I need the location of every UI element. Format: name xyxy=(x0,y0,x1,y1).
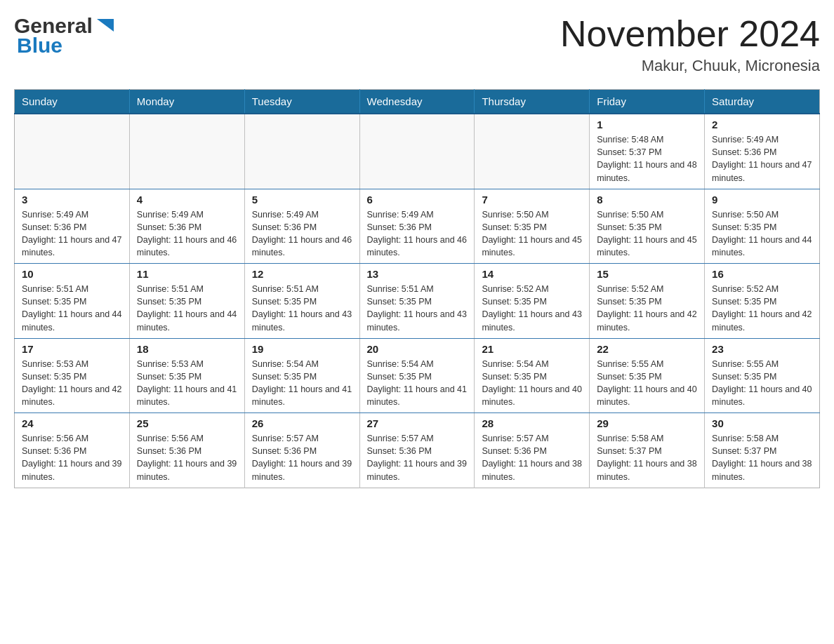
day-info: Sunrise: 5:49 AM Sunset: 5:36 PM Dayligh… xyxy=(712,133,812,185)
day-of-week-header: Monday xyxy=(129,90,244,114)
calendar-day-cell: 18Sunrise: 5:53 AM Sunset: 5:35 PM Dayli… xyxy=(129,338,244,413)
day-number: 23 xyxy=(712,343,812,355)
calendar-day-cell: 30Sunrise: 5:58 AM Sunset: 5:37 PM Dayli… xyxy=(705,413,820,488)
calendar-day-cell: 7Sunrise: 5:50 AM Sunset: 5:35 PM Daylig… xyxy=(475,189,590,264)
logo-triangle-icon xyxy=(94,16,117,36)
day-info: Sunrise: 5:49 AM Sunset: 5:36 PM Dayligh… xyxy=(367,208,468,260)
day-number: 15 xyxy=(597,268,697,280)
day-number: 28 xyxy=(482,417,582,429)
day-number: 4 xyxy=(137,194,237,206)
day-of-week-header: Friday xyxy=(590,90,705,114)
day-number: 8 xyxy=(597,194,697,206)
calendar-table: SundayMondayTuesdayWednesdayThursdayFrid… xyxy=(14,89,820,488)
day-info: Sunrise: 5:55 AM Sunset: 5:35 PM Dayligh… xyxy=(597,358,697,409)
day-of-week-header: Tuesday xyxy=(244,90,359,114)
day-info: Sunrise: 5:57 AM Sunset: 5:36 PM Dayligh… xyxy=(367,432,468,483)
day-number: 2 xyxy=(712,119,812,130)
calendar-day-cell: 13Sunrise: 5:51 AM Sunset: 5:35 PM Dayli… xyxy=(359,264,475,339)
day-info: Sunrise: 5:54 AM Sunset: 5:35 PM Dayligh… xyxy=(252,358,352,409)
page-header: General Blue November 2024 Makur, Chuuk,… xyxy=(14,14,820,75)
calendar-day-cell: 17Sunrise: 5:53 AM Sunset: 5:35 PM Dayli… xyxy=(15,338,130,413)
day-number: 1 xyxy=(597,119,697,130)
calendar-day-cell: 9Sunrise: 5:50 AM Sunset: 5:35 PM Daylig… xyxy=(705,189,820,264)
day-number: 27 xyxy=(367,417,468,429)
calendar-day-cell: 2Sunrise: 5:49 AM Sunset: 5:36 PM Daylig… xyxy=(705,114,820,189)
title-section: November 2024 Makur, Chuuk, Micronesia xyxy=(560,14,820,75)
day-info: Sunrise: 5:49 AM Sunset: 5:36 PM Dayligh… xyxy=(252,208,352,260)
day-info: Sunrise: 5:58 AM Sunset: 5:37 PM Dayligh… xyxy=(712,432,812,483)
day-number: 7 xyxy=(482,194,582,206)
day-info: Sunrise: 5:53 AM Sunset: 5:35 PM Dayligh… xyxy=(22,358,122,409)
calendar-title: November 2024 xyxy=(560,14,820,54)
day-info: Sunrise: 5:55 AM Sunset: 5:35 PM Dayligh… xyxy=(712,358,812,409)
day-info: Sunrise: 5:51 AM Sunset: 5:35 PM Dayligh… xyxy=(367,283,468,334)
calendar-day-cell xyxy=(244,114,359,189)
calendar-day-cell: 14Sunrise: 5:52 AM Sunset: 5:35 PM Dayli… xyxy=(475,264,590,339)
day-info: Sunrise: 5:58 AM Sunset: 5:37 PM Dayligh… xyxy=(597,432,697,483)
calendar-week-row: 10Sunrise: 5:51 AM Sunset: 5:35 PM Dayli… xyxy=(15,264,820,339)
day-number: 29 xyxy=(597,417,697,429)
day-info: Sunrise: 5:57 AM Sunset: 5:36 PM Dayligh… xyxy=(482,432,582,483)
day-number: 20 xyxy=(367,343,468,355)
calendar-day-cell: 20Sunrise: 5:54 AM Sunset: 5:35 PM Dayli… xyxy=(359,338,475,413)
logo: General Blue xyxy=(14,14,117,58)
day-number: 19 xyxy=(252,343,352,355)
calendar-day-cell: 3Sunrise: 5:49 AM Sunset: 5:36 PM Daylig… xyxy=(15,189,130,264)
calendar-day-cell: 24Sunrise: 5:56 AM Sunset: 5:36 PM Dayli… xyxy=(15,413,130,488)
calendar-day-cell: 23Sunrise: 5:55 AM Sunset: 5:35 PM Dayli… xyxy=(705,338,820,413)
calendar-day-cell: 5Sunrise: 5:49 AM Sunset: 5:36 PM Daylig… xyxy=(244,189,359,264)
calendar-day-cell: 1Sunrise: 5:48 AM Sunset: 5:37 PM Daylig… xyxy=(590,114,705,189)
day-info: Sunrise: 5:51 AM Sunset: 5:35 PM Dayligh… xyxy=(137,283,237,334)
calendar-subtitle: Makur, Chuuk, Micronesia xyxy=(560,57,820,75)
calendar-week-row: 3Sunrise: 5:49 AM Sunset: 5:36 PM Daylig… xyxy=(15,189,820,264)
day-number: 18 xyxy=(137,343,237,355)
calendar-day-cell: 4Sunrise: 5:49 AM Sunset: 5:36 PM Daylig… xyxy=(129,189,244,264)
day-number: 13 xyxy=(367,268,468,280)
calendar-day-cell: 25Sunrise: 5:56 AM Sunset: 5:36 PM Dayli… xyxy=(129,413,244,488)
day-number: 26 xyxy=(252,417,352,429)
day-number: 6 xyxy=(367,194,468,206)
calendar-day-cell: 28Sunrise: 5:57 AM Sunset: 5:36 PM Dayli… xyxy=(475,413,590,488)
day-info: Sunrise: 5:57 AM Sunset: 5:36 PM Dayligh… xyxy=(252,432,352,483)
calendar-day-cell: 29Sunrise: 5:58 AM Sunset: 5:37 PM Dayli… xyxy=(590,413,705,488)
day-number: 14 xyxy=(482,268,582,280)
day-info: Sunrise: 5:51 AM Sunset: 5:35 PM Dayligh… xyxy=(22,283,122,334)
calendar-day-cell: 15Sunrise: 5:52 AM Sunset: 5:35 PM Dayli… xyxy=(590,264,705,339)
day-number: 10 xyxy=(22,268,122,280)
day-number: 16 xyxy=(712,268,812,280)
day-info: Sunrise: 5:50 AM Sunset: 5:35 PM Dayligh… xyxy=(597,208,697,260)
calendar-day-cell: 6Sunrise: 5:49 AM Sunset: 5:36 PM Daylig… xyxy=(359,189,475,264)
day-number: 21 xyxy=(482,343,582,355)
day-info: Sunrise: 5:50 AM Sunset: 5:35 PM Dayligh… xyxy=(712,208,812,260)
day-info: Sunrise: 5:49 AM Sunset: 5:36 PM Dayligh… xyxy=(22,208,122,260)
day-info: Sunrise: 5:54 AM Sunset: 5:35 PM Dayligh… xyxy=(367,358,468,409)
day-of-week-header: Sunday xyxy=(15,90,130,114)
day-info: Sunrise: 5:53 AM Sunset: 5:35 PM Dayligh… xyxy=(137,358,237,409)
calendar-day-cell: 21Sunrise: 5:54 AM Sunset: 5:35 PM Dayli… xyxy=(475,338,590,413)
calendar-week-row: 17Sunrise: 5:53 AM Sunset: 5:35 PM Dayli… xyxy=(15,338,820,413)
calendar-day-cell: 19Sunrise: 5:54 AM Sunset: 5:35 PM Dayli… xyxy=(244,338,359,413)
day-info: Sunrise: 5:49 AM Sunset: 5:36 PM Dayligh… xyxy=(137,208,237,260)
calendar-header-row: SundayMondayTuesdayWednesdayThursdayFrid… xyxy=(15,90,820,114)
day-of-week-header: Saturday xyxy=(705,90,820,114)
calendar-week-row: 24Sunrise: 5:56 AM Sunset: 5:36 PM Dayli… xyxy=(15,413,820,488)
calendar-day-cell: 10Sunrise: 5:51 AM Sunset: 5:35 PM Dayli… xyxy=(15,264,130,339)
calendar-day-cell: 11Sunrise: 5:51 AM Sunset: 5:35 PM Dayli… xyxy=(129,264,244,339)
calendar-day-cell xyxy=(15,114,130,189)
day-info: Sunrise: 5:54 AM Sunset: 5:35 PM Dayligh… xyxy=(482,358,582,409)
calendar-day-cell xyxy=(359,114,475,189)
day-info: Sunrise: 5:52 AM Sunset: 5:35 PM Dayligh… xyxy=(597,283,697,334)
calendar-day-cell xyxy=(475,114,590,189)
day-info: Sunrise: 5:48 AM Sunset: 5:37 PM Dayligh… xyxy=(597,133,697,185)
day-number: 24 xyxy=(22,417,122,429)
svg-marker-0 xyxy=(97,19,114,32)
day-number: 25 xyxy=(137,417,237,429)
day-of-week-header: Wednesday xyxy=(359,90,475,114)
day-number: 9 xyxy=(712,194,812,206)
calendar-day-cell: 12Sunrise: 5:51 AM Sunset: 5:35 PM Dayli… xyxy=(244,264,359,339)
day-info: Sunrise: 5:51 AM Sunset: 5:35 PM Dayligh… xyxy=(252,283,352,334)
day-info: Sunrise: 5:56 AM Sunset: 5:36 PM Dayligh… xyxy=(22,432,122,483)
day-info: Sunrise: 5:52 AM Sunset: 5:35 PM Dayligh… xyxy=(482,283,582,334)
day-number: 30 xyxy=(712,417,812,429)
calendar-day-cell: 22Sunrise: 5:55 AM Sunset: 5:35 PM Dayli… xyxy=(590,338,705,413)
